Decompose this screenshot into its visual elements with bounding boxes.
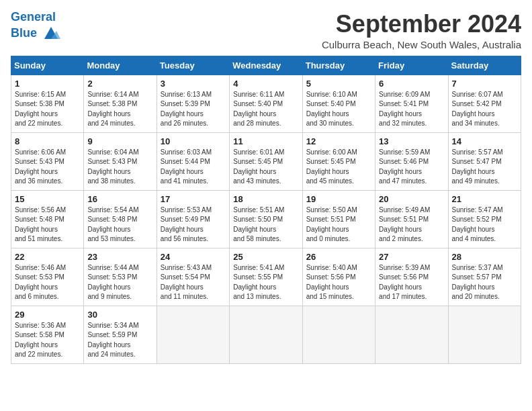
day-cell-5: 5Sunrise: 6:10 AMSunset: 5:40 PMDaylight… xyxy=(302,75,375,132)
empty-cell xyxy=(375,306,448,363)
day-cell-17: 17Sunrise: 5:53 AMSunset: 5:49 PMDayligh… xyxy=(157,190,229,248)
day-number: 3 xyxy=(161,79,226,89)
weekday-header-friday: Friday xyxy=(375,56,448,75)
day-number: 6 xyxy=(379,79,444,89)
day-cell-19: 19Sunrise: 5:50 AMSunset: 5:51 PMDayligh… xyxy=(302,190,375,248)
day-number: 30 xyxy=(87,310,152,320)
calendar-table: SundayMondayTuesdayWednesdayThursdayFrid… xyxy=(11,56,521,364)
day-cell-9: 9Sunrise: 6:04 AMSunset: 5:43 PMDaylight… xyxy=(84,132,157,190)
day-cell-21: 21Sunrise: 5:47 AMSunset: 5:52 PMDayligh… xyxy=(448,190,521,248)
logo: General Blue xyxy=(11,11,60,43)
day-cell-1: 1Sunrise: 6:15 AMSunset: 5:38 PMDaylight… xyxy=(11,75,84,132)
day-info: Sunrise: 6:11 AMSunset: 5:40 PMDaylight … xyxy=(233,90,298,129)
day-cell-24: 24Sunrise: 5:43 AMSunset: 5:54 PMDayligh… xyxy=(157,248,229,306)
day-info: Sunrise: 6:13 AMSunset: 5:39 PMDaylight … xyxy=(161,90,226,129)
day-info: Sunrise: 6:04 AMSunset: 5:43 PMDaylight … xyxy=(87,148,152,187)
day-info: Sunrise: 5:34 AMSunset: 5:59 PMDaylight … xyxy=(87,321,152,360)
day-info: Sunrise: 6:03 AMSunset: 5:44 PMDaylight … xyxy=(161,148,226,187)
day-cell-18: 18Sunrise: 5:51 AMSunset: 5:50 PMDayligh… xyxy=(230,190,302,248)
day-cell-6: 6Sunrise: 6:09 AMSunset: 5:41 PMDaylight… xyxy=(375,75,448,132)
day-info: Sunrise: 6:00 AMSunset: 5:45 PMDaylight … xyxy=(306,148,371,187)
day-number: 11 xyxy=(233,136,298,146)
empty-cell xyxy=(157,306,229,363)
day-number: 16 xyxy=(87,194,152,204)
calendar-week-5: 29Sunrise: 5:36 AMSunset: 5:58 PMDayligh… xyxy=(11,306,521,363)
logo-general: General xyxy=(11,10,56,24)
day-cell-16: 16Sunrise: 5:54 AMSunset: 5:48 PMDayligh… xyxy=(84,190,157,248)
day-cell-13: 13Sunrise: 5:59 AMSunset: 5:46 PMDayligh… xyxy=(375,132,448,190)
day-cell-15: 15Sunrise: 5:56 AMSunset: 5:48 PMDayligh… xyxy=(11,190,84,248)
day-info: Sunrise: 5:44 AMSunset: 5:53 PMDaylight … xyxy=(87,263,152,302)
day-cell-29: 29Sunrise: 5:36 AMSunset: 5:58 PMDayligh… xyxy=(11,306,84,363)
day-number: 27 xyxy=(379,252,444,262)
day-cell-14: 14Sunrise: 5:57 AMSunset: 5:47 PMDayligh… xyxy=(448,132,521,190)
day-info: Sunrise: 5:36 AMSunset: 5:58 PMDaylight … xyxy=(15,321,80,360)
day-info: Sunrise: 6:07 AMSunset: 5:42 PMDaylight … xyxy=(452,90,517,129)
day-number: 24 xyxy=(161,252,226,262)
day-info: Sunrise: 5:40 AMSunset: 5:56 PMDaylight … xyxy=(306,263,371,302)
day-number: 22 xyxy=(15,252,80,262)
day-info: Sunrise: 5:49 AMSunset: 5:51 PMDaylight … xyxy=(379,205,444,244)
day-number: 29 xyxy=(15,310,80,320)
day-number: 12 xyxy=(306,136,371,146)
day-info: Sunrise: 5:51 AMSunset: 5:50 PMDaylight … xyxy=(233,205,298,244)
logo-blue: Blue xyxy=(11,26,37,40)
day-info: Sunrise: 6:09 AMSunset: 5:41 PMDaylight … xyxy=(379,90,444,129)
day-number: 9 xyxy=(87,136,152,146)
day-number: 25 xyxy=(233,252,298,262)
day-number: 1 xyxy=(15,79,80,89)
day-cell-26: 26Sunrise: 5:40 AMSunset: 5:56 PMDayligh… xyxy=(302,248,375,306)
day-number: 5 xyxy=(306,79,371,89)
day-cell-28: 28Sunrise: 5:37 AMSunset: 5:57 PMDayligh… xyxy=(448,248,521,306)
weekday-header-saturday: Saturday xyxy=(448,56,521,75)
day-number: 2 xyxy=(87,79,152,89)
day-info: Sunrise: 5:37 AMSunset: 5:57 PMDaylight … xyxy=(452,263,517,302)
empty-cell xyxy=(302,306,375,363)
calendar-week-1: 1Sunrise: 6:15 AMSunset: 5:38 PMDaylight… xyxy=(11,75,521,132)
day-info: Sunrise: 5:41 AMSunset: 5:55 PMDaylight … xyxy=(233,263,298,302)
day-cell-10: 10Sunrise: 6:03 AMSunset: 5:44 PMDayligh… xyxy=(157,132,229,190)
location-title: Culburra Beach, New South Wales, Austral… xyxy=(322,39,521,50)
calendar-week-4: 22Sunrise: 5:46 AMSunset: 5:53 PMDayligh… xyxy=(11,248,521,306)
day-info: Sunrise: 5:39 AMSunset: 5:56 PMDaylight … xyxy=(379,263,444,302)
day-number: 15 xyxy=(15,194,80,204)
day-info: Sunrise: 6:14 AMSunset: 5:38 PMDaylight … xyxy=(87,90,152,129)
weekday-header-wednesday: Wednesday xyxy=(230,56,302,75)
day-cell-20: 20Sunrise: 5:49 AMSunset: 5:51 PMDayligh… xyxy=(375,190,448,248)
title-block: September 2024 Culburra Beach, New South… xyxy=(322,11,521,50)
day-cell-2: 2Sunrise: 6:14 AMSunset: 5:38 PMDaylight… xyxy=(84,75,157,132)
day-number: 28 xyxy=(452,252,517,262)
day-info: Sunrise: 5:53 AMSunset: 5:49 PMDaylight … xyxy=(161,205,226,244)
day-number: 13 xyxy=(379,136,444,146)
day-number: 10 xyxy=(161,136,226,146)
day-info: Sunrise: 5:59 AMSunset: 5:46 PMDaylight … xyxy=(379,148,444,187)
empty-cell xyxy=(230,306,302,363)
day-cell-27: 27Sunrise: 5:39 AMSunset: 5:56 PMDayligh… xyxy=(375,248,448,306)
day-info: Sunrise: 5:54 AMSunset: 5:48 PMDaylight … xyxy=(87,205,152,244)
day-cell-30: 30Sunrise: 5:34 AMSunset: 5:59 PMDayligh… xyxy=(84,306,157,363)
day-info: Sunrise: 5:57 AMSunset: 5:47 PMDaylight … xyxy=(452,148,517,187)
day-info: Sunrise: 5:56 AMSunset: 5:48 PMDaylight … xyxy=(15,205,80,244)
day-number: 4 xyxy=(233,79,298,89)
calendar-week-2: 8Sunrise: 6:06 AMSunset: 5:43 PMDaylight… xyxy=(11,132,521,190)
page-header: General Blue September 2024 Culburra Bea… xyxy=(11,11,521,50)
day-cell-22: 22Sunrise: 5:46 AMSunset: 5:53 PMDayligh… xyxy=(11,248,84,306)
day-number: 18 xyxy=(233,194,298,204)
weekday-header-tuesday: Tuesday xyxy=(157,56,229,75)
day-info: Sunrise: 6:06 AMSunset: 5:43 PMDaylight … xyxy=(15,148,80,187)
weekday-header-thursday: Thursday xyxy=(302,56,375,75)
day-cell-11: 11Sunrise: 6:01 AMSunset: 5:45 PMDayligh… xyxy=(230,132,302,190)
day-cell-7: 7Sunrise: 6:07 AMSunset: 5:42 PMDaylight… xyxy=(448,75,521,132)
day-number: 14 xyxy=(452,136,517,146)
day-info: Sunrise: 6:15 AMSunset: 5:38 PMDaylight … xyxy=(15,90,80,129)
empty-cell xyxy=(448,306,521,363)
day-number: 23 xyxy=(87,252,152,262)
month-title: September 2024 xyxy=(322,11,521,38)
day-number: 26 xyxy=(306,252,371,262)
day-number: 17 xyxy=(161,194,226,204)
day-info: Sunrise: 6:10 AMSunset: 5:40 PMDaylight … xyxy=(306,90,371,129)
day-info: Sunrise: 5:47 AMSunset: 5:52 PMDaylight … xyxy=(452,205,517,244)
day-info: Sunrise: 5:46 AMSunset: 5:53 PMDaylight … xyxy=(15,263,80,302)
day-number: 19 xyxy=(306,194,371,204)
weekday-header-row: SundayMondayTuesdayWednesdayThursdayFrid… xyxy=(11,56,521,75)
